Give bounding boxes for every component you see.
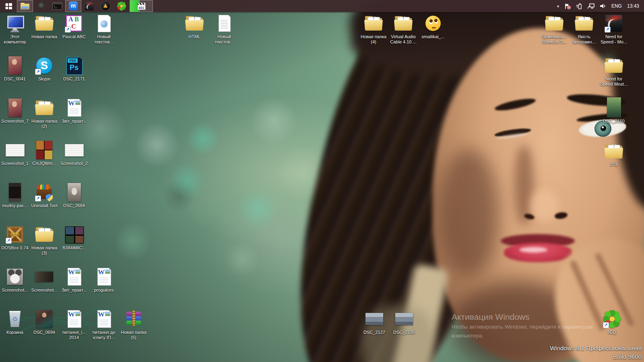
desktop-icon-27[interactable]: ↗DOSBox 0.74 xyxy=(0,225,30,251)
desktop-icon-25[interactable]: ↗Uninstall Tool xyxy=(29,183,59,208)
nfs-icon: ↗ xyxy=(604,14,623,33)
file-explorer-icon xyxy=(21,3,29,10)
html-page-icon xyxy=(94,14,114,33)
language-indicator[interactable]: ENG xyxy=(611,3,622,9)
photo-icon xyxy=(64,225,84,244)
desktop-icon-19[interactable]: DSC_2150 xyxy=(599,98,629,124)
desktop-icon-label: Якість програмн... xyxy=(569,34,599,45)
desktop-icon-33[interactable]: Wprogukres xyxy=(89,267,119,293)
desktop-icon-1[interactable]: Новая папка xyxy=(29,14,59,39)
desktop-icon-label: Pascal ABC xyxy=(62,34,86,39)
desktop-icon-label: Этот компьютер xyxy=(0,34,30,45)
desktop-icon-37[interactable]: Wпитання до іспиту ІП... xyxy=(89,309,119,340)
folder-icon xyxy=(545,14,564,33)
folder-icon xyxy=(364,14,383,33)
start-button[interactable] xyxy=(0,0,17,12)
desktop-icon-32[interactable]: WЗвіт_практ... xyxy=(59,267,89,293)
photo-icon xyxy=(64,183,84,202)
volume-icon[interactable] xyxy=(600,3,606,9)
desktop-icon-label: Новая папка (4) xyxy=(359,34,388,45)
desktop-icon-17[interactable]: Новая папка (2) xyxy=(29,98,59,129)
desktop-icon-4[interactable]: HTML xyxy=(180,14,209,39)
smiley-icon xyxy=(423,14,443,33)
folder-icon xyxy=(185,14,204,33)
desktop-icon-label: ІПЗ xyxy=(610,162,617,167)
desktop-icon-26[interactable]: DSC_2684 xyxy=(59,183,89,208)
desktop-icon-21[interactable]: CmJQWm... xyxy=(29,140,59,166)
word-doc-icon: W xyxy=(64,267,84,286)
desktop-icon-label: DSC_2135 xyxy=(393,330,415,335)
desktop-icon-13[interactable]: ↗Skype xyxy=(29,56,59,82)
desktop-icon-label: smailikai_... xyxy=(421,34,444,39)
desktop-icon-18[interactable]: WЗвіт_практ... xyxy=(59,98,89,124)
taskbar-button-command-prompt[interactable] xyxy=(49,0,65,12)
word-doc-icon: W xyxy=(94,267,114,286)
folder-icon xyxy=(394,14,413,33)
desktop-icon-label: Новый текстов... xyxy=(209,34,239,45)
desktop-icon-16[interactable]: Screenshot_7 xyxy=(0,98,30,124)
taskbar-button-media-player-classic[interactable] xyxy=(130,0,153,12)
desktop-icon-label: DSC_2684 xyxy=(63,203,85,208)
desktop-icon-5[interactable]: Новый текстов... xyxy=(209,14,239,45)
desktop-icon-15[interactable]: Need for Speed Most... xyxy=(599,56,629,87)
desktop-icon-31[interactable]: Screenshot... xyxy=(29,267,59,293)
rar-icon xyxy=(124,309,143,329)
desktop-icon-7[interactable]: Virtual Audio Cable 4.10 ... xyxy=(388,14,418,45)
clock[interactable]: 13:43 xyxy=(627,3,639,9)
desktop-icon-3[interactable]: Новый текстов... xyxy=(89,14,119,45)
desktop-icon-40[interactable]: DSC_2135 xyxy=(389,309,419,335)
desktop-icon-label: питання до іспиту ІП... xyxy=(89,330,119,340)
desktop-icon-11[interactable]: ↗Need for Speed - Mo... xyxy=(599,14,629,45)
desktop-icon-35[interactable]: DSC_0694 xyxy=(29,309,59,335)
hidden-icons-chevron-icon[interactable]: ▾ xyxy=(557,4,559,8)
power-battery-icon[interactable] xyxy=(576,3,582,9)
desktop-icon-label: ICQ xyxy=(608,330,616,335)
desktop-icon-2[interactable]: ABC↗Pascal ABC xyxy=(59,14,89,39)
desktop-icon-29[interactable]: B384tMIC... xyxy=(59,225,89,251)
desktop-icon-0[interactable]: Этот компьютер xyxy=(0,14,30,45)
desktop-icon-38[interactable]: Новая папка (5) xyxy=(119,309,149,340)
desktop-icon-label: HTML xyxy=(188,34,200,39)
desktop-icon-30[interactable]: Screenshot... xyxy=(0,267,30,293)
taskbar-button-aimp-player[interactable] xyxy=(97,0,114,12)
text-doc-icon xyxy=(215,14,234,33)
taskbar-button-world-of-tanks[interactable] xyxy=(33,0,49,12)
photo-icon xyxy=(5,140,25,160)
desktop-icon-label: Новая папка xyxy=(31,34,57,39)
taskbar-button-maxthon-browser[interactable] xyxy=(65,0,81,12)
shortcut-arrow-icon: ↗ xyxy=(6,238,12,244)
desktop-icon-28[interactable]: Новая папка (3) xyxy=(29,225,59,256)
desktop-icon-14[interactable]: PSDPsDSC_2171 xyxy=(59,56,89,82)
desktop-icon-41[interactable]: ↗ICQ xyxy=(597,309,627,335)
desktop-icon-20[interactable]: Screenshot_1 xyxy=(0,140,30,166)
windows-logo-icon xyxy=(5,3,12,9)
desktop-icon-label: DSC_0041 xyxy=(4,76,26,82)
desktop-icon-10[interactable]: Якість програмн... xyxy=(569,14,599,45)
desktop-icon-39[interactable]: DSC_2127 xyxy=(359,309,389,335)
taskbar-button-file-explorer[interactable] xyxy=(17,0,33,12)
action-center-flag-icon[interactable] xyxy=(564,3,571,9)
desktop-icon-8[interactable]: smailikai_... xyxy=(418,14,448,39)
system-tray: ▾ ENG 13:43 xyxy=(552,0,644,12)
desktop-icon-12[interactable]: DSC_0041 xyxy=(0,56,30,82)
desktop-icon-label: Новая папка (2) xyxy=(29,119,59,129)
taskbar-button-icq[interactable] xyxy=(114,0,130,12)
icq-icon xyxy=(117,2,126,10)
folder-icon xyxy=(35,225,54,244)
desktop-icon-24[interactable]: mudriy-pac... xyxy=(0,183,30,208)
taskbar-button-need-for-speed[interactable] xyxy=(81,0,97,12)
desktop-icon-36[interactable]: Wпитання_і... 2014 xyxy=(59,309,89,340)
aimp-player-icon xyxy=(101,2,110,10)
desktop: Активация Windows Чтобы активировать Win… xyxy=(0,0,644,362)
desktop-icon-34[interactable]: Корзина xyxy=(0,309,30,335)
desktop-icon-label: Skype xyxy=(38,76,51,82)
desktop-icon-6[interactable]: Новая папка (4) xyxy=(359,14,388,45)
desktop-icon-label: Need for Speed - Mo... xyxy=(599,34,629,45)
desktop-icon-9[interactable]: Оржехівсь... Олексій П... xyxy=(539,14,569,45)
desktop-icon-label: DSC_0694 xyxy=(33,330,55,335)
desktop-icon-22[interactable]: Screenshot_2 xyxy=(59,140,89,166)
shortcut-arrow-icon: ↗ xyxy=(35,69,41,75)
media-player-classic-icon xyxy=(137,2,146,10)
desktop-icon-23[interactable]: ІПЗ xyxy=(599,142,629,167)
network-icon[interactable] xyxy=(587,3,594,9)
